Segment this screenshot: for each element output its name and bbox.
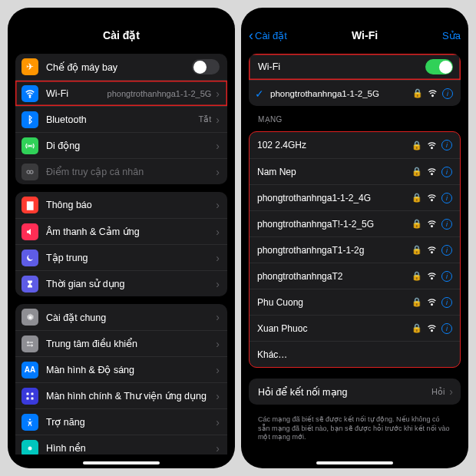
info-icon[interactable]: i (441, 219, 452, 230)
wifi-signal-icon (427, 245, 437, 255)
wifi-signal-icon (427, 271, 437, 281)
row-sounds[interactable]: Âm thanh & Cảm ứng › (15, 218, 227, 244)
lock-icon: 🔒 (412, 245, 422, 255)
back-button[interactable]: ‹ Cài đặt (249, 28, 287, 44)
hotspot-icon (25, 167, 35, 177)
network-name: phongtrothanhngaT2 (257, 271, 412, 282)
network-row[interactable]: Xuan Phuoc🔒i (250, 315, 460, 341)
network-name: Xuan Phuoc (257, 323, 412, 334)
group-notifications: ▇ Thông báo › Âm thanh & Cảm ứng › Tập t… (15, 192, 227, 296)
wifi-signal-icon (427, 167, 437, 177)
row-display[interactable]: AA Màn hình & Độ sáng › (15, 356, 227, 382)
info-icon[interactable]: i (441, 297, 452, 308)
airplane-label: Chế độ máy bay (46, 61, 192, 73)
network-row[interactable]: 102 2.4GHz🔒i (250, 132, 460, 158)
row-wifi[interactable]: Wi-Fi phongtrothanhnga1-1-2_5G › (15, 80, 227, 106)
focus-label: Tập trung (46, 252, 216, 263)
row-wallpaper[interactable]: Hình nền › (15, 435, 227, 455)
network-row[interactable]: phongtrothanhngaT2🔒i (250, 263, 460, 289)
accessibility-icon (25, 418, 35, 427)
row-wifi-toggle[interactable]: Wi-Fi (249, 54, 461, 80)
wallpaper-icon (25, 444, 35, 453)
row-control-center[interactable]: Trung tâm điều khiển › (15, 330, 227, 356)
info-icon[interactable]: i (441, 245, 452, 256)
row-accessibility[interactable]: Trợ năng › (15, 408, 227, 435)
row-airplane[interactable]: ✈ Chế độ máy bay (15, 54, 227, 80)
grid-icon (25, 392, 35, 401)
network-row[interactable]: phongtrothanhnga1-1-2_4G🔒i (250, 184, 460, 210)
row-ask-join[interactable]: Hỏi để kết nối mạng Hỏi › (249, 378, 461, 405)
display-icon: AA (25, 365, 35, 374)
home-indicator[interactable] (83, 461, 160, 464)
home-indicator[interactable] (316, 461, 393, 464)
row-screentime[interactable]: Thời gian sử dụng › (15, 270, 227, 296)
lock-icon: 🔒 (412, 140, 422, 150)
svg-rect-10 (31, 392, 34, 395)
svg-point-20 (431, 226, 433, 227)
airplane-switch[interactable] (192, 59, 220, 74)
chevron-icon: › (216, 338, 220, 350)
row-bluetooth[interactable]: ᛒ Bluetooth Tắt › (15, 106, 227, 132)
chevron-left-icon: ‹ (249, 28, 253, 44)
svg-point-3 (30, 170, 33, 174)
network-row[interactable]: phongtrothanhngaT1-1-2g🔒i (250, 236, 460, 263)
group-ask: Hỏi để kết nối mạng Hỏi › (249, 378, 461, 405)
nav-bar: Cài đặt (8, 25, 235, 46)
control-center-label: Trung tâm điều khiển (46, 338, 216, 349)
wifi-signal-icon (427, 140, 437, 150)
chevron-icon: › (216, 311, 220, 323)
row-homescreen[interactable]: Màn hình chính & Thư viện ứng dụng › (15, 382, 227, 408)
wallpaper-label: Hình nền (46, 442, 216, 454)
homescreen-label: Màn hình chính & Thư viện ứng dụng (46, 390, 216, 402)
nav-bar: ‹ Cài đặt Wi-Fi Sửa (241, 25, 468, 46)
sliders-icon (25, 339, 35, 349)
lock-icon: 🔒 (412, 297, 422, 307)
info-icon[interactable]: i (441, 193, 452, 203)
row-cellular[interactable]: Di động › (15, 132, 227, 158)
info-icon[interactable]: i (441, 323, 452, 334)
info-icon[interactable]: i (441, 167, 452, 177)
svg-point-16 (432, 95, 434, 97)
ask-value: Hỏi (431, 387, 445, 397)
wifi-signal-icon (427, 323, 437, 333)
wifi-switch[interactable] (425, 59, 453, 74)
hourglass-icon (25, 279, 35, 289)
moon-icon (25, 253, 35, 263)
group-networks: 102 2.4GHz🔒iNam Nep🔒iphongtrothanhnga1-1… (249, 131, 461, 368)
info-icon[interactable]: i (442, 88, 453, 99)
chevron-icon: › (216, 114, 220, 126)
bell-icon: ▇ (27, 200, 33, 210)
cellular-label: Di động (46, 140, 216, 151)
chevron-icon: › (216, 140, 220, 152)
network-row[interactable]: phongtrothanhngaT!-1-2_5G🔒i (250, 210, 460, 236)
wifi-signal-icon (428, 88, 438, 98)
svg-point-7 (31, 345, 33, 346)
row-connected-network[interactable]: ✓ phongtrothanhnga1-1-2_5G 🔒 i (249, 80, 461, 106)
settings-screen: Cài đặt ✈ Chế độ máy bay Wi-Fi phongtrot… (8, 8, 235, 468)
network-row[interactable]: Phu Cuong🔒i (250, 289, 460, 315)
svg-point-22 (431, 278, 433, 279)
row-focus[interactable]: Tập trung › (15, 244, 227, 270)
svg-rect-9 (27, 392, 29, 395)
chevron-icon: › (216, 166, 220, 178)
network-row[interactable]: Nam Nep🔒i (250, 158, 460, 184)
lock-icon: 🔒 (412, 271, 422, 281)
network-other[interactable]: Khác… (250, 341, 460, 367)
svg-rect-11 (27, 397, 29, 399)
chevron-icon: › (216, 364, 220, 376)
info-icon[interactable]: i (441, 140, 452, 150)
row-notifications[interactable]: ▇ Thông báo › (15, 192, 227, 218)
general-label: Cài đặt chung (46, 312, 216, 323)
info-icon[interactable]: i (441, 271, 452, 282)
chevron-icon: › (216, 390, 220, 402)
svg-point-1 (29, 145, 31, 147)
connected-network-name: phongtrothanhnga1-1-2_5G (270, 89, 412, 98)
chevron-icon: › (216, 416, 220, 428)
row-hotspot[interactable]: Điểm truy cập cá nhân › (15, 158, 227, 184)
edit-button[interactable]: Sửa (442, 30, 461, 41)
network-name: Phu Cuong (257, 297, 412, 308)
display-label: Màn hình & Độ sáng (46, 364, 216, 375)
row-general[interactable]: Cài đặt chung › (15, 304, 227, 330)
ask-footnote: Các mạng đã biết sẽ được kết nối tự động… (249, 412, 461, 442)
bluetooth-label: Bluetooth (46, 114, 196, 125)
